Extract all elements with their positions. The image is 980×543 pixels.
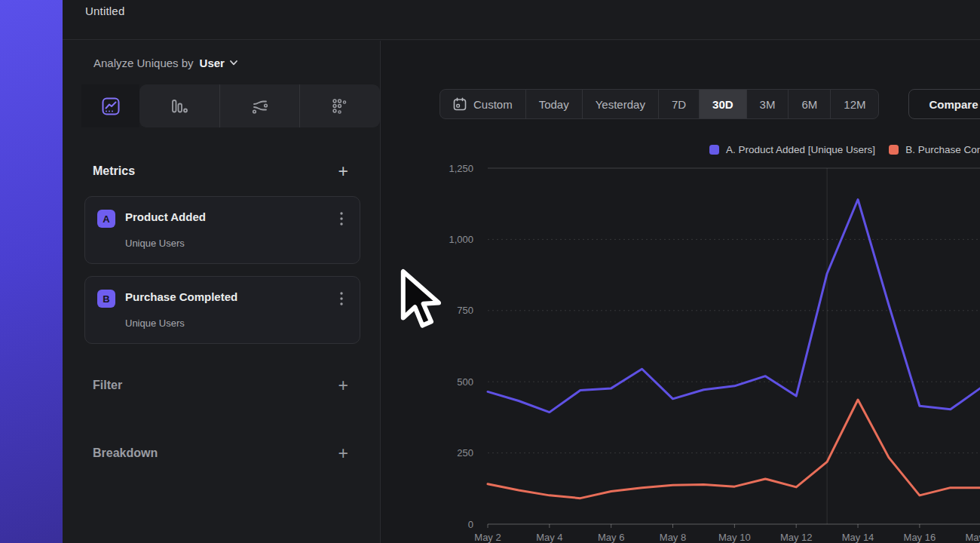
metric-card-a[interactable]: A Product Added Unique Users <box>84 196 360 264</box>
metric-badge-a: A <box>97 210 115 228</box>
add-metric-button[interactable]: + <box>338 164 348 179</box>
metric-menu-button[interactable] <box>334 210 349 227</box>
analyze-row: Analyze Uniques by User <box>63 41 380 84</box>
metric-menu-button[interactable] <box>334 290 349 307</box>
add-filter-button[interactable]: + <box>338 378 348 393</box>
svg-text:May 16: May 16 <box>904 532 936 543</box>
analyze-label: Analyze Uniques by <box>93 57 194 69</box>
svg-text:250: 250 <box>457 447 473 459</box>
tab-dots-grid[interactable] <box>299 84 380 127</box>
metrics-title: Metrics <box>93 164 135 178</box>
tab-flows[interactable] <box>219 84 300 127</box>
tab-bar-chart[interactable] <box>139 84 219 127</box>
svg-text:May 14: May 14 <box>842 532 874 543</box>
sidebar: Analyze Uniques by User <box>63 41 381 543</box>
analyze-by-dropdown[interactable]: User <box>200 57 237 69</box>
top-bar: Untitled <box>63 0 980 40</box>
breakdown-title: Breakdown <box>93 446 158 460</box>
chart-type-tabbar <box>81 84 380 127</box>
breakdown-header: Breakdown + <box>63 438 380 468</box>
svg-text:May 4: May 4 <box>536 532 562 543</box>
svg-text:1,250: 1,250 <box>449 163 473 174</box>
svg-text:May 8: May 8 <box>660 532 686 543</box>
svg-text:May 2: May 2 <box>474 532 501 543</box>
metric-title: Purchase Completed <box>125 290 237 303</box>
metrics-header: Metrics + <box>63 156 380 186</box>
metric-badge-b: B <box>97 290 115 308</box>
metric-card-b[interactable]: B Purchase Completed Unique Users <box>84 276 360 344</box>
kebab-menu-icon <box>340 212 343 225</box>
content: Analyze Uniques by User <box>63 41 980 543</box>
filter-title: Filter <box>93 379 122 392</box>
svg-text:1,000: 1,000 <box>449 234 473 245</box>
chevron-down-icon <box>230 60 237 66</box>
svg-text:750: 750 <box>457 305 473 316</box>
metric-subtitle: Unique Users <box>125 238 185 249</box>
kebab-menu-icon <box>340 292 343 305</box>
svg-text:500: 500 <box>457 376 473 388</box>
analyze-by-value: User <box>200 57 225 69</box>
svg-text:0: 0 <box>468 519 473 530</box>
svg-text:May 18: May 18 <box>965 532 980 543</box>
svg-text:May 6: May 6 <box>598 532 624 543</box>
metric-subtitle: Unique Users <box>125 318 185 329</box>
app-window: Untitled Analyze Uniques by User <box>63 0 980 543</box>
add-breakdown-button[interactable]: + <box>338 446 348 461</box>
app-screenshot: { "window": { "title": "Untitled" }, "si… <box>0 0 980 543</box>
svg-text:May 12: May 12 <box>780 532 813 543</box>
filter-header: Filter + <box>63 370 380 400</box>
bar-chart-icon <box>170 97 188 115</box>
main-panel: Custom Today Yesterday 7D 30D 3M 6M 12M … <box>381 41 980 543</box>
report-title[interactable]: Untitled <box>85 5 124 17</box>
tab-line-chart[interactable] <box>81 84 139 127</box>
metric-title: Product Added <box>125 210 206 223</box>
svg-text:May 10: May 10 <box>718 532 751 543</box>
line-chart-canvas[interactable]: 02505007501,0001,250May 2May 4May 6May 8… <box>381 41 980 543</box>
dots-grid-icon <box>331 97 349 115</box>
line-chart-icon <box>102 97 120 115</box>
chart-type-tab-group <box>139 84 380 127</box>
flows-icon <box>251 97 269 115</box>
